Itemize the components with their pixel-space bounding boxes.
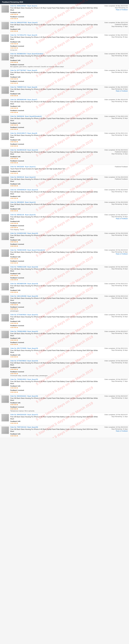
feedback-received-text: Отличный товар, спасибо, отличный товар,… [10,375,99,376]
reply-to-feedback-link[interactable]: Reply to Feedback [100,430,128,432]
stars-left: ★★★★★ [10,422,99,424]
order-completed-date: Order completed: 19 Feb 2019 23:21 [100,348,128,349]
order-info: Order No: 759571821416Buyer: [buyer28]Fr… [10,426,99,437]
order-number[interactable]: Order No: 985624757f182 [10,22,27,23]
product-title: Free Gift Back Glass Housing For iPhone … [10,191,99,195]
feedback-received-label: Feedback I received: [10,244,24,245]
order-number[interactable]: Order No: 758899571234 [10,86,27,88]
product-image [1,414,9,422]
order-header: Order No: 961021306173Buyer: [buyer9] [10,132,99,134]
product-image [1,426,9,434]
order-info: Order No: 985348601596Buyer: [buyer19]Fr… [10,283,99,293]
order-header: Order No: 759571821416Buyer: [buyer28] [10,426,99,428]
stars-left: ★★★★★ [10,197,99,199]
reply-to-feedback-link[interactable]: Reply to Feedback [100,90,128,92]
order-completed-date: Order completed: 20 Feb 2019 09:08 [100,232,128,234]
order-completed-date: Order completed: 22 Feb 2019 09:27 [100,214,128,216]
stars-received: ★★★★★ [10,279,99,281]
order-number[interactable]: Order No: 759980213296 [10,266,27,268]
order-completed-date: Order completed: 01 Mar 2019 09:14 [100,70,128,71]
product-title: Free Gift Back Glass Housing For iPhone … [10,268,99,272]
order-number[interactable]: Order No: 985384962448 [10,99,27,100]
product-title: Free Gift Back Glass Housing For iPhone … [10,380,99,384]
product-image [1,5,9,13]
feedback-left-label: Feedback I left: [10,41,21,43]
order-number[interactable]: Order No: 983822364927 [10,5,27,6]
days-remaining: Days Remaining: 24 days [100,268,128,270]
feedback-row: 5 Star latest 5 days on 7th March 2019Or… [0,248,129,265]
product-image [1,99,9,106]
order-number[interactable]: Order No: 978440596104 [10,189,27,190]
order-info: Order No: 984429181021Buyer: [buyer26]Fr… [10,395,99,412]
feedback-row: 5 Star latest 5 days on 7th March 2019Or… [0,346,129,359]
product-image [1,189,9,197]
stars-left: ★★★★★ [10,291,99,293]
reply-to-feedback-link[interactable]: Reply to Feedback [100,253,128,255]
order-number[interactable]: Order No: 984429181021 [10,395,27,397]
product-image [1,395,9,403]
buyer-info: Buyer: [buyer7] [28,99,37,100]
order-number[interactable]: Order No: 759480159296 [10,249,27,251]
reply-to-feedback-link[interactable]: Reply to Feedback [100,9,128,10]
feedback-row: 5 Star latest 5 days on 7th March 2019Or… [0,4,129,21]
stars-left: ★★★★★ [10,107,99,109]
feedback-received-label: Feedback I received: [10,80,24,82]
product-title: Free Gift Back Glass Housing For iPhone … [10,298,99,302]
order-number[interactable]: Order No: 985349023 [10,202,24,203]
order-number[interactable]: Order No: 910465913482 [10,232,27,234]
order-number[interactable]: Order No: 957779675827 [10,70,27,71]
feedback-received-label: Feedback I received: [10,406,24,408]
feedback-row: 5 Star latest 5 days on 7th March 2019Or… [0,313,129,330]
order-number[interactable]: Order No: 961021306173 [10,132,27,134]
buyer-info: Buyer: [buyer12] [25,176,36,178]
product-title: Free Gift Back Glass Housing For iPhone … [10,55,99,59]
order-number[interactable]: Order No: 759571821416 [10,426,27,428]
order-number[interactable]: Order No: 984429181026 [10,414,27,416]
stars-left: ★★★★★ [10,172,99,174]
order-header: Order No: 984538159Buyer: [buyer8] [loca… [10,116,99,117]
feedback-left-section: Feedback left:★★★★★ [10,220,99,224]
order-number[interactable]: Order No: 984538159 [10,116,24,117]
order-number[interactable]: Order No: 361389318138 [10,149,27,151]
stars-left: ★★★★★ [10,368,99,370]
product-title: Free Gift Back Glass Housing For iPhone … [10,234,99,238]
feedback-left-label: Feedback I left: [10,139,21,141]
product-image [1,331,9,338]
stars-left: ★★★★★ [10,43,99,45]
feedback-left-section: Feedback I left:★★★★★ [10,208,99,212]
product-title: Free Gift Back Glass Housing For iPhone … [10,118,99,122]
stars-left: ★★★★★ [10,30,99,32]
feedback-received-text: Fast shipping. Thanks [10,229,99,230]
order-header: Order No: 759480159296Buyer: [buyer17] [… [10,249,99,251]
order-header: Order No: 741794512753Buyer: [buyer3] [10,34,99,36]
reply-to-feedback-link[interactable]: Reply to Feedback [100,218,128,219]
feedback-left-section: Feedback I left:★★★★★ [10,433,99,437]
feedback-received-label: Feedback I received: [10,110,24,111]
feedback-row: 5 Star latest 5 days on 7th March 2019Or… [0,68,129,85]
order-number[interactable]: Order No: 168111853398 [10,295,27,297]
right-column: Order completed: 19 Feb 2019 02:57Days R… [99,414,128,418]
feedback-row: 5 Star latest 5 days on 7th March 2019Or… [0,114,129,131]
order-number[interactable]: Order No: 985348601596 [10,283,27,284]
order-number[interactable]: Order No: 984159359 [10,166,24,168]
order-number[interactable]: Order No: 741794512753 [10,34,27,36]
order-number[interactable]: Order No: 977540788010 [10,360,27,362]
order-number[interactable]: Order No: 759368128910 [10,378,27,380]
order-completed-date: Order completed: 04 Mar 2019 22:40 [100,22,128,23]
order-number[interactable]: Order No: 985175700695 [10,348,27,349]
product-image [1,266,9,274]
right-column: Order completed: 22 Feb 2019 08:45Days R… [99,189,128,193]
order-completed-date: Order completed: 20 Feb 2019 05:25 [100,249,128,251]
product-image [1,214,9,222]
feedback-received-section: Feedback I received:★★★★★ [10,342,99,345]
order-number[interactable]: Order No: 985462135 [10,214,24,216]
feedback-left-section: Feedback I left:★★★★★ [10,93,99,96]
order-number[interactable]: Order No: 759368128950 [10,331,27,332]
buyer-info: Buyer: [buyer6] [28,86,37,88]
feedback-received-text: рекомендую [10,310,99,312]
right-column: Order completed: 19 Feb 2019 23:21Days R… [99,283,128,287]
product-title: Free Gift Back Glass Housing For iPhone … [10,316,99,320]
order-number[interactable]: Order No: 984345126 [10,176,24,178]
order-number[interactable]: Order No: 977544978010 [10,314,27,316]
order-number[interactable]: Order No: 983386810914 [10,53,27,54]
